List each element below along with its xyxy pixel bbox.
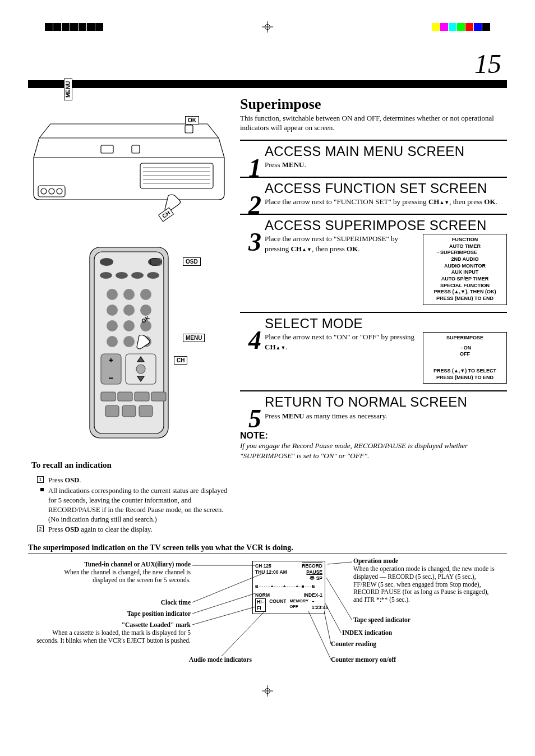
step-title: ACCESS MAIN MENU SCREEN <box>265 144 507 158</box>
label-tapespeed: Tape speed indicator <box>353 616 465 624</box>
svg-rect-5 <box>38 186 65 197</box>
svg-point-21 <box>107 305 118 316</box>
header-rule <box>28 80 507 88</box>
svg-rect-7 <box>132 145 140 153</box>
svg-line-53 <box>308 611 331 660</box>
numbox-1: 1 <box>37 476 44 483</box>
label-audio: Audio mode indicators <box>178 656 262 664</box>
svg-point-22 <box>123 305 135 316</box>
label-counter-read: Counter reading <box>331 640 443 648</box>
svg-line-49 <box>328 562 352 564</box>
label-opmode: Operation mode When the operation mode i… <box>353 557 499 604</box>
svg-rect-1 <box>140 163 213 188</box>
step-text: Place the arrow next to "FUNCTION SET" b… <box>265 197 507 207</box>
step-title: RETURN TO NORMAL SCREEN <box>265 395 507 409</box>
svg-text:+: + <box>109 357 113 365</box>
recall-list: 1 Press OSD. All indications correspondi… <box>28 476 230 534</box>
diagram-heading: The superimposed indication on the TV sc… <box>28 543 507 554</box>
step-title: SELECT MODE <box>265 316 507 330</box>
recall-heading: To recall an indication <box>31 460 230 470</box>
svg-point-16 <box>131 272 144 279</box>
svg-line-48 <box>222 612 264 656</box>
osd-function: FUNCTION AUTO TIMER →SUPERIMPOSE 2ND AUD… <box>423 234 507 305</box>
label-channel: Tuned-in channel or AUX(iliary) mode Whe… <box>45 561 191 584</box>
label-index: INDEX indication <box>342 629 454 637</box>
square-bullet-icon <box>40 488 44 491</box>
vcr-illustration: MENU OK CH <box>28 96 230 219</box>
svg-point-14 <box>100 272 112 279</box>
section-title: Superimpose <box>240 96 507 113</box>
svg-rect-41 <box>105 405 119 417</box>
svg-point-17 <box>147 272 159 279</box>
label-tapepos: Tape position indicator <box>101 610 191 618</box>
svg-rect-40 <box>151 392 166 401</box>
reg-blocks-right <box>432 23 490 31</box>
step-title: ACCESS SUPERIMPOSE SCREEN <box>265 218 507 232</box>
svg-point-25 <box>123 320 135 331</box>
svg-rect-42 <box>122 405 136 417</box>
registration-marks <box>28 22 507 37</box>
step-text: Place the arrow next to "SUPERIMPOSE" by… <box>265 234 417 253</box>
svg-point-11 <box>100 258 113 266</box>
svg-point-27 <box>107 336 118 347</box>
label-menu: MENU <box>64 79 72 100</box>
step-2: 2 ACCESS FUNCTION SET SCREEN Place the a… <box>240 177 507 214</box>
svg-point-28 <box>123 336 135 347</box>
svg-point-2 <box>41 188 47 194</box>
svg-line-46 <box>192 593 255 614</box>
recall-item-2: 2 Press OSD again to clear the display. <box>39 525 230 534</box>
label-counter-mem: Counter memory on/off <box>331 656 443 664</box>
section-desc: This function, switchable between ON and… <box>240 114 507 133</box>
svg-rect-38 <box>118 392 132 401</box>
svg-line-47 <box>192 607 255 625</box>
step-title: ACCESS FUNCTION SET SCREEN <box>265 181 507 195</box>
reg-blocks-left <box>45 23 103 31</box>
label-menu-remote: MENU <box>183 334 205 342</box>
remote-illustration: + − OSD OK MENU CH <box>28 242 230 444</box>
crosshair-bottom-icon <box>263 686 272 695</box>
numbox-2: 2 <box>37 525 44 532</box>
step-3: 3 ACCESS SUPERIMPOSE SCREEN Place the ar… <box>240 214 507 312</box>
label-osd: OSD <box>183 257 201 266</box>
note-title: NOTE: <box>240 431 507 441</box>
svg-text:−: − <box>109 374 113 382</box>
svg-point-3 <box>49 188 54 194</box>
label-clock: Clock time <box>118 599 191 607</box>
svg-point-15 <box>116 272 128 279</box>
svg-line-50 <box>326 578 352 620</box>
step-5: 5 RETURN TO NORMAL SCREEN Press MENU as … <box>240 390 507 427</box>
step-number: 5 <box>240 406 265 432</box>
svg-point-19 <box>123 289 135 300</box>
step-text: Press MENU as many times as necessary. <box>265 411 507 421</box>
tv-screen: CH 125 RECORD THU 12:00 AM PAUSE 〠 SP B … <box>252 561 325 614</box>
step-text: Place the arrow next to "ON" or "OFF" by… <box>265 332 417 352</box>
svg-point-20 <box>140 289 151 300</box>
svg-rect-37 <box>101 392 116 401</box>
svg-rect-8 <box>185 125 193 133</box>
step-4: 4 SELECT MODE Place the arrow next to "O… <box>240 312 507 391</box>
step-number: 3 <box>240 229 265 316</box>
osd-superimpose: SUPERIMPOSE →ON OFF PRESS (▲,▼) TO SELEC… <box>423 332 507 384</box>
label-ch-remote: CH <box>174 356 187 365</box>
svg-point-24 <box>107 320 118 331</box>
svg-rect-43 <box>139 405 153 417</box>
page-number: 15 <box>28 48 507 79</box>
step-text: Press MENU. <box>265 160 507 170</box>
svg-point-18 <box>107 289 118 300</box>
label-cassette: "Cassette Loaded" mark When a cassette i… <box>34 621 191 644</box>
step-1: 1 ACCESS MAIN MENU SCREEN Press MENU. <box>240 140 507 177</box>
svg-point-4 <box>57 188 62 194</box>
svg-rect-6 <box>101 145 113 153</box>
crosshair-icon <box>263 22 272 31</box>
step-number: 4 <box>240 328 265 395</box>
svg-point-36 <box>136 365 145 374</box>
recall-item-1: 1 Press OSD. <box>39 476 230 485</box>
svg-line-52 <box>324 611 331 644</box>
svg-rect-39 <box>135 392 149 401</box>
recall-bullet: All indications corresponding to the cur… <box>39 486 230 524</box>
label-ok: OK <box>185 116 199 125</box>
note-text: If you engage the Record Pause mode, REC… <box>240 441 507 460</box>
tv-diagram: CH 125 RECORD THU 12:00 AM PAUSE 〠 SP B … <box>28 557 507 670</box>
